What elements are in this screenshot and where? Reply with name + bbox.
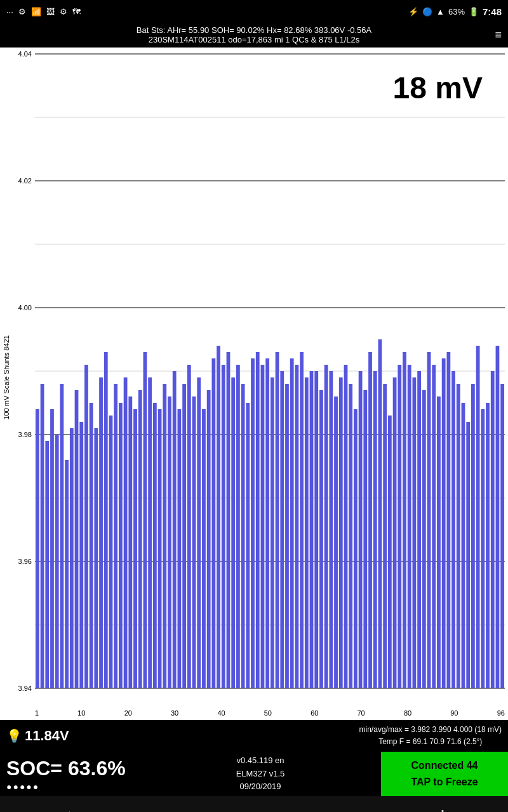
x-label-96: 96 — [497, 709, 505, 717]
battery-line2: 230SM114AT002511 odo=17,863 mi 1 QCs & 8… — [6, 35, 502, 44]
chart-bar — [182, 384, 186, 688]
chart-bar — [109, 416, 113, 688]
chart-bar — [246, 403, 250, 688]
stats-line2: Temp F = 69.1 70.9 71.6 (2.5°) — [359, 736, 502, 748]
battery-percent: 63% — [448, 7, 465, 16]
chart-bar — [427, 352, 431, 688]
chart-bar — [45, 441, 49, 688]
chart-bar — [36, 409, 39, 688]
chart-bar — [163, 384, 166, 688]
chart-bar — [422, 390, 426, 688]
status-bar: ··· ⚙ 📶 🖼 ⚙ 🗺 ⚡ 🔵 ▲ 63% 🔋 7:48 — [0, 0, 508, 23]
chart-bar — [99, 377, 103, 688]
bottom-info-bar: 💡 11.84V min/avg/max = 3.982 3.990 4.000… — [0, 720, 508, 752]
chart-bar — [217, 346, 220, 688]
chart-bar — [153, 403, 157, 688]
status-right-icons: ⚡ 🔵 ▲ 63% 🔋 7:48 — [408, 6, 502, 17]
nav-bar: ◁ ○ □ ⋮ — [0, 796, 508, 812]
chart-bar — [305, 377, 309, 688]
battery-icon: 🔋 — [469, 7, 479, 16]
chart-bar — [84, 365, 88, 688]
chart-bar — [55, 435, 59, 688]
chart-bar — [408, 365, 411, 688]
chart-bar — [496, 346, 500, 688]
chart-bar — [192, 396, 196, 688]
x-label-40: 40 — [217, 709, 225, 717]
chart-bar — [124, 377, 128, 688]
chart-bar — [334, 396, 338, 688]
chart-bar — [359, 371, 363, 688]
x-label-60: 60 — [311, 709, 318, 717]
settings-icon: ⚙ — [18, 7, 26, 16]
chart-bar — [349, 384, 352, 688]
chart-bar — [173, 371, 177, 688]
x-label-30: 30 — [171, 709, 178, 717]
svg-text:4.04: 4.04 — [18, 50, 32, 58]
x-label-20: 20 — [124, 709, 132, 717]
chart-bar — [437, 396, 441, 688]
chart-bar — [280, 371, 284, 688]
dots-icon: ··· — [6, 7, 13, 16]
chart-bar — [383, 384, 387, 688]
chart-bar — [378, 339, 382, 688]
chart-bar — [413, 377, 417, 688]
chart-bar — [261, 365, 265, 688]
back-button[interactable]: ◁ — [44, 801, 83, 813]
chart-bar — [227, 352, 231, 688]
svg-text:4.02: 4.02 — [18, 177, 32, 185]
chart-bar — [114, 384, 117, 688]
svg-text:3.96: 3.96 — [18, 558, 32, 565]
chart-bar — [442, 358, 446, 688]
footer-bar: SOC= 63.6% ●●●●● v0.45.119 en ELM327 v1.… — [0, 752, 508, 796]
soc-dots: ●●●●● — [6, 782, 133, 792]
chart-bar — [466, 422, 470, 688]
x-label-70: 70 — [358, 709, 365, 717]
home-button[interactable]: ○ — [172, 801, 208, 813]
svg-text:3.98: 3.98 — [18, 431, 32, 438]
lightning-icon: ⚡ — [408, 7, 418, 16]
chart-bar — [90, 403, 93, 688]
version-section: v0.45.119 en ELM327 v1.5 09/20/2019 — [140, 752, 381, 796]
chart-bar — [94, 428, 98, 688]
chart-bar — [158, 409, 162, 688]
svg-text:100 mV Scale   Shunts 8421: 100 mV Scale Shunts 8421 — [3, 335, 10, 419]
version-line1: v0.45.119 en — [236, 754, 284, 768]
chart-bar — [168, 396, 171, 688]
chart-bar — [41, 384, 44, 688]
connect-line2: TAP to Freeze — [411, 774, 478, 790]
x-label-50: 50 — [264, 709, 272, 717]
chart-bar — [319, 390, 323, 688]
chart-bar — [324, 365, 328, 688]
chart-bar — [344, 365, 348, 688]
chart-container: 4.04 4.02 4.00 3.98 3.96 3.94 18 mV 100 … — [0, 48, 508, 720]
connect-button[interactable]: Connected 44 TAP to Freeze — [381, 752, 508, 796]
chart-bar — [295, 365, 299, 688]
chart-bar — [462, 403, 465, 688]
signal-icon: 📶 — [31, 7, 41, 16]
chart-bar — [300, 352, 304, 688]
chart-bar — [417, 371, 421, 688]
chart-bar — [178, 409, 182, 688]
menu-icon[interactable]: ≡ — [495, 29, 502, 42]
chart-bar — [138, 390, 142, 688]
chart-bar — [271, 377, 274, 688]
overflow-menu-button[interactable]: ⋮ — [422, 801, 464, 813]
chart-bar — [211, 358, 215, 688]
chart-bar — [491, 371, 495, 688]
connect-line1: Connected 44 — [411, 757, 478, 774]
bluetooth-icon: 🔵 — [422, 7, 432, 16]
chart-bar — [446, 352, 450, 688]
chart-bar — [265, 358, 269, 688]
chart-bar — [476, 346, 480, 688]
x-label-80: 80 — [404, 709, 411, 717]
chart-bar — [368, 352, 372, 688]
settings2-icon: ⚙ — [60, 7, 67, 16]
chart-bar — [207, 390, 211, 688]
chart-bar — [187, 365, 191, 688]
battery-info-bar: Bat Sts: AHr= 55.90 SOH= 90.02% Hx= 82.6… — [0, 23, 508, 48]
chart-bar — [481, 409, 485, 688]
chart-bar — [290, 358, 294, 688]
recent-button[interactable]: □ — [297, 801, 332, 813]
chart-bar — [451, 371, 455, 688]
chart-bar — [60, 384, 64, 688]
